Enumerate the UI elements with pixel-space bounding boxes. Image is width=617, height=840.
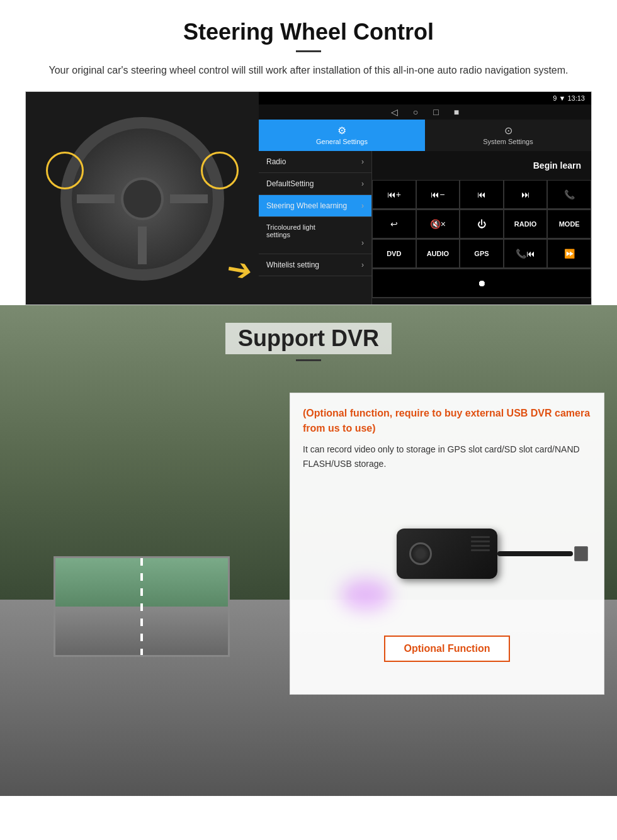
camera-lens xyxy=(409,542,432,565)
tab-system-label: System Settings xyxy=(483,138,533,145)
chevron-right-icon: › xyxy=(361,179,364,188)
steering-wheel-photo: ➔ xyxy=(26,92,259,305)
android-buttons-panel: Begin learn ⏮+ ⏮− ⏮ ⏭ 📞 ↩ 🔇× ⏻ xyxy=(372,151,591,305)
btn-mute[interactable]: 🔇× xyxy=(416,210,460,238)
btn-record[interactable]: ⏺ xyxy=(372,269,591,298)
chevron-right-icon: › xyxy=(361,260,364,269)
button-row-1: ⏮+ ⏮− ⏮ ⏭ 📞 xyxy=(372,180,591,210)
button-row-3: DVD AUDIO GPS 📞⏮ ⏩ xyxy=(372,239,591,269)
camera-glow xyxy=(341,579,391,610)
swc-divider xyxy=(296,50,321,52)
menu-defaultsetting-label: DefaultSetting xyxy=(266,179,314,188)
spoke-right xyxy=(170,194,208,203)
dvr-card-body: It can record video only to storage in G… xyxy=(303,442,591,473)
usb-cable xyxy=(497,551,573,556)
begin-learn-button[interactable]: Begin learn xyxy=(533,160,581,171)
nav-home-icon[interactable]: ○ xyxy=(413,107,418,117)
btn-phone[interactable]: 📞 xyxy=(547,180,591,209)
android-menu: Radio › DefaultSetting › Steering Wheel … xyxy=(259,151,372,305)
btn-power[interactable]: ⏻ xyxy=(460,210,504,238)
menu-item-tricoloured[interactable]: Tricoloured light settings › xyxy=(259,217,371,254)
swc-title: Steering Wheel Control xyxy=(25,19,592,45)
menu-tricoloured-label: Tricoloured light xyxy=(266,223,315,231)
dvr-title: Support DVR xyxy=(225,323,392,354)
nav-recent-icon[interactable]: □ xyxy=(433,107,438,117)
tab-general-settings[interactable]: ⚙ General Settings xyxy=(259,120,425,151)
swc-subtitle: Your original car's steering wheel contr… xyxy=(38,62,579,79)
optional-function-button[interactable]: Optional Function xyxy=(384,636,511,662)
system-settings-icon: ⊙ xyxy=(504,125,512,137)
btn-gps[interactable]: GPS xyxy=(460,239,504,268)
dvr-section: Support DVR (Optional function, require … xyxy=(0,305,617,796)
dvr-header: Support DVR xyxy=(0,305,617,367)
dvr-left-panel xyxy=(0,380,283,707)
dvr-card-title: (Optional function, require to buy exter… xyxy=(303,406,591,436)
nav-dot-icon[interactable]: ■ xyxy=(454,107,459,117)
menu-item-swl[interactable]: Steering Wheel learning › xyxy=(259,195,371,217)
menu-radio-label: Radio xyxy=(266,157,286,166)
android-body: Radio › DefaultSetting › Steering Wheel … xyxy=(259,151,591,305)
menu-whitelist-label: Whitelist setting xyxy=(266,260,319,269)
btn-radio[interactable]: RADIO xyxy=(504,210,548,238)
android-tabs: ⚙ General Settings ⊙ System Settings xyxy=(259,120,591,151)
optional-function-container: Optional Function xyxy=(303,629,591,662)
yellow-arrow-icon: ➔ xyxy=(224,250,255,289)
camera-body xyxy=(397,529,497,579)
begin-learn-row: Begin learn xyxy=(372,151,591,180)
camera-assembly xyxy=(397,529,497,579)
btn-audio[interactable]: AUDIO xyxy=(416,239,460,268)
chevron-right-icon: › xyxy=(361,157,364,166)
btn-next[interactable]: ⏭ xyxy=(504,180,548,209)
btn-ff[interactable]: ⏩ xyxy=(547,239,591,268)
button-row-4: ⏺ xyxy=(372,269,591,298)
btn-vol-down[interactable]: ⏮− xyxy=(416,180,460,209)
camera-vents xyxy=(471,536,490,551)
status-text: 9 ▼ 13:13 xyxy=(553,94,585,102)
menu-item-defaultsetting[interactable]: DefaultSetting › xyxy=(259,173,371,195)
btn-back[interactable]: ↩ xyxy=(372,210,416,238)
chevron-right-icon: › xyxy=(361,238,364,247)
android-screen: 9 ▼ 13:13 ◁ ○ □ ■ ⚙ General Settings ⊙ S… xyxy=(259,92,591,305)
btn-mode[interactable]: MODE xyxy=(547,210,591,238)
steering-wheel xyxy=(60,117,224,281)
menu-item-whitelist[interactable]: Whitelist setting › xyxy=(259,254,371,276)
android-statusbar: 9 ▼ 13:13 xyxy=(259,92,591,104)
spoke-bottom xyxy=(138,227,147,264)
menu-item-radio[interactable]: Radio › xyxy=(259,151,371,173)
btn-dvd[interactable]: DVD xyxy=(372,239,416,268)
btn-phone-prev[interactable]: 📞⏮ xyxy=(504,239,548,268)
button-row-2: ↩ 🔇× ⏻ RADIO MODE xyxy=(372,210,591,239)
general-settings-icon: ⚙ xyxy=(337,125,346,137)
menu-swl-label: Steering Wheel learning xyxy=(266,201,347,210)
steering-wheel-section: Steering Wheel Control Your original car… xyxy=(0,0,617,305)
circle-left xyxy=(46,152,84,189)
spoke-left xyxy=(77,194,115,203)
dvr-right-panel: (Optional function, require to buy exter… xyxy=(283,380,617,707)
circle-right xyxy=(201,152,239,189)
btn-vol-up[interactable]: ⏮+ xyxy=(372,180,416,209)
dvr-camera-image xyxy=(303,484,591,623)
tab-general-label: General Settings xyxy=(316,138,368,145)
dvr-thumbnail xyxy=(54,556,230,657)
android-navbar: ◁ ○ □ ■ xyxy=(259,104,591,120)
btn-prev[interactable]: ⏮ xyxy=(460,180,504,209)
tab-system-settings[interactable]: ⊙ System Settings xyxy=(425,120,591,151)
dvr-divider xyxy=(296,359,321,361)
dvr-content: (Optional function, require to buy exter… xyxy=(0,380,617,707)
swc-composite: ➔ 9 ▼ 13:13 ◁ ○ □ ■ ⚙ General Settings xyxy=(25,91,592,305)
usb-plug xyxy=(574,546,588,561)
nav-back-icon[interactable]: ◁ xyxy=(391,107,398,117)
dvr-info-card: (Optional function, require to buy exter… xyxy=(290,393,604,695)
chevron-right-icon: › xyxy=(361,201,364,210)
menu-tricoloured-sublabel: settings xyxy=(266,231,290,238)
